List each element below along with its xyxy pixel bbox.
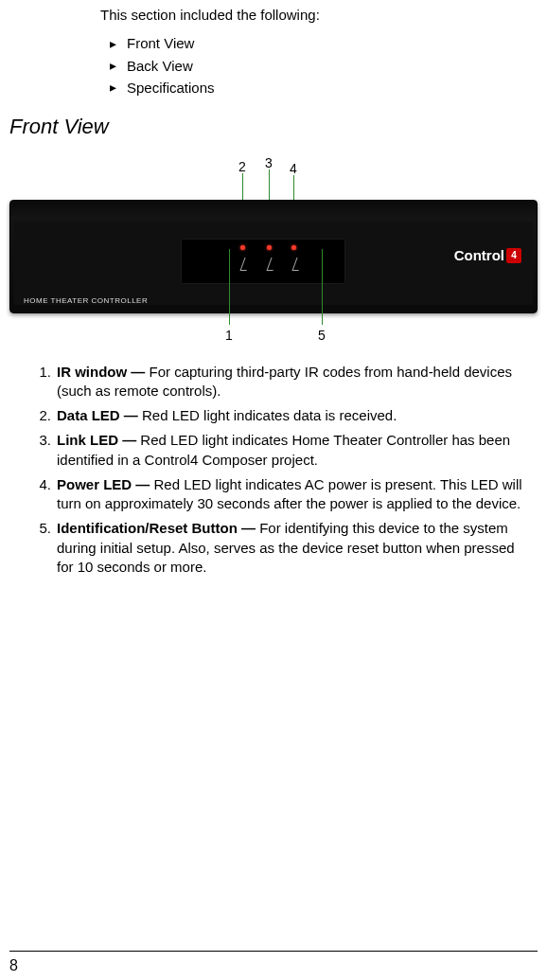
brand-logo: Control 4 <box>454 246 521 265</box>
item-text: Link LED — Red LED light indicates Home … <box>57 431 530 470</box>
item-bold: Data LED — <box>57 407 142 423</box>
brand-text: Control <box>454 246 504 265</box>
item-text: IR window — For capturing third-party IR… <box>57 363 530 401</box>
page: This section included the following: ▸ F… <box>0 6 547 980</box>
bullet-item: ▸ Specifications <box>110 79 538 98</box>
triangle-right-icon: ▸ <box>110 57 127 75</box>
description-list: 1. IR window — For capturing third-party… <box>9 363 538 578</box>
led-link <box>267 245 272 250</box>
item-text: Power LED — Red LED light indicates AC p… <box>57 475 530 514</box>
bullet-text: Front View <box>127 34 194 53</box>
item-bold: IR window — <box>57 364 150 380</box>
description-item-3: 3. Link LED — Red LED light indicates Ho… <box>30 431 530 470</box>
item-text: Data LED — Red LED light indicates data … <box>57 406 530 425</box>
item-number: 3. <box>30 431 57 470</box>
item-number: 5. <box>30 519 57 577</box>
description-item-4: 4. Power LED — Red LED light indicates A… <box>30 475 530 514</box>
ir-window <box>181 239 345 284</box>
description-item-2: 2. Data LED — Red LED light indicates da… <box>30 406 530 425</box>
triangle-right-icon: ▸ <box>110 79 127 97</box>
diagram: 2 3 4 HOME THEATER CONTROLLER Control 4 <box>9 154 539 353</box>
item-bold: Link LED — <box>57 432 140 448</box>
item-number: 2. <box>30 406 57 425</box>
bullet-text: Back View <box>127 57 193 76</box>
brand-badge: 4 <box>506 248 521 263</box>
item-rest: Red LED light indicates data is received… <box>142 407 397 423</box>
description-item-1: 1. IR window — For capturing third-party… <box>30 363 530 401</box>
intro-text: This section included the following: <box>100 6 538 25</box>
bullet-item: ▸ Back View <box>110 57 538 76</box>
item-bold: Power LED — <box>57 476 154 492</box>
item-text: Identification/Reset Button — For identi… <box>57 519 530 577</box>
callout-5: 5 <box>318 327 326 345</box>
device-label: HOME THEATER CONTROLLER <box>24 296 148 307</box>
footer-rule <box>9 951 538 952</box>
led-power <box>291 245 296 250</box>
callout-line <box>229 249 230 325</box>
item-bold: Identification/Reset Button — <box>57 520 259 536</box>
callout-line <box>322 249 323 325</box>
led-data <box>240 245 245 250</box>
callout-1: 1 <box>225 327 233 345</box>
bullet-item: ▸ Front View <box>110 34 538 53</box>
bullet-list: ▸ Front View ▸ Back View ▸ Specification… <box>110 34 538 98</box>
item-number: 1. <box>30 363 57 401</box>
triangle-right-icon: ▸ <box>110 35 127 53</box>
device-image: HOME THEATER CONTROLLER Control 4 <box>9 200 538 313</box>
description-item-5: 5. Identification/Reset Button — For ide… <box>30 519 530 577</box>
bullet-text: Specifications <box>127 79 215 98</box>
page-number: 8 <box>9 955 18 976</box>
item-number: 4. <box>30 475 57 514</box>
section-heading: Front View <box>9 113 538 141</box>
